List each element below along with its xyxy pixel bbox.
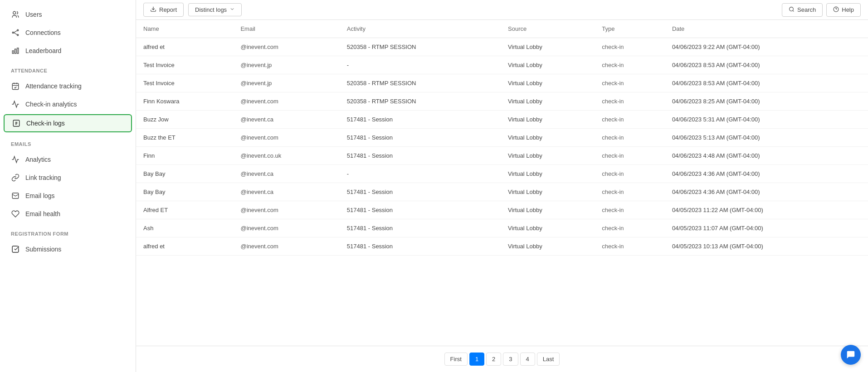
cell-email: @inevent.jp: [233, 74, 339, 92]
cell-name: Bay Bay: [136, 183, 233, 201]
chevron-down-icon: [229, 6, 235, 13]
help-label: Help: [842, 6, 854, 13]
sidebar: Users Connections Leaderboard ATTENDANCE…: [0, 0, 136, 372]
cell-source: Virtual Lobby: [501, 74, 595, 92]
cell-type: check-in: [595, 183, 665, 201]
cell-activity: 517481 - Session: [340, 129, 501, 147]
sidebar-item-check-in-logs[interactable]: Check-in logs: [4, 114, 132, 132]
cell-name: Buzz Jow: [136, 111, 233, 129]
topbar-right: Search Help: [782, 3, 861, 17]
sidebar-item-users[interactable]: Users: [0, 5, 136, 24]
connections-icon: [11, 28, 20, 37]
svg-rect-18: [12, 246, 19, 252]
help-icon: [833, 6, 839, 14]
sidebar-item-label: Leaderboard: [25, 47, 61, 54]
svg-line-4: [14, 31, 17, 33]
table-header-row: Name Email Activity Source Type Date: [136, 20, 868, 38]
table-row: Ash @inevent.com 517481 - Session Virtua…: [136, 219, 868, 237]
leaderboard-icon: [11, 46, 20, 55]
users-icon: [11, 10, 20, 19]
cell-email: @inevent.ca: [233, 111, 339, 129]
page-3-button[interactable]: 3: [503, 353, 518, 366]
cell-source: Virtual Lobby: [501, 111, 595, 129]
registration-section-label: REGISTRATION FORM: [0, 223, 136, 240]
sidebar-item-label: Email logs: [25, 192, 55, 199]
table-row: Finn Koswara @inevent.com 520358 - RTMP …: [136, 92, 868, 111]
table-row: Buzz the ET @inevent.com 517481 - Sessio…: [136, 129, 868, 147]
svg-point-20: [790, 7, 794, 11]
cell-activity: 520358 - RTMP SESSION: [340, 74, 501, 92]
cell-date: 04/05/2023 11:07 AM (GMT-04:00): [665, 219, 868, 237]
sidebar-item-email-logs[interactable]: Email logs: [0, 187, 136, 205]
cell-source: Virtual Lobby: [501, 219, 595, 237]
first-page-button[interactable]: First: [444, 353, 468, 366]
table-container: Name Email Activity Source Type Date alf…: [136, 20, 868, 346]
sidebar-item-check-in-analytics[interactable]: Check-in analytics: [0, 95, 136, 113]
cell-name: Alfred ET: [136, 201, 233, 219]
sidebar-item-analytics[interactable]: Analytics: [0, 150, 136, 169]
cell-date: 04/06/2023 8:25 AM (GMT-04:00): [665, 92, 868, 111]
sidebar-item-leaderboard[interactable]: Leaderboard: [0, 42, 136, 60]
cell-source: Virtual Lobby: [501, 147, 595, 165]
cell-activity: 517481 - Session: [340, 147, 501, 165]
cell-email: @inevent.com: [233, 219, 339, 237]
cell-activity: 517481 - Session: [340, 183, 501, 201]
cell-activity: 517481 - Session: [340, 201, 501, 219]
cell-email: @inevent.com: [233, 92, 339, 111]
cell-name: Bay Bay: [136, 165, 233, 183]
cell-type: check-in: [595, 219, 665, 237]
page-4-button[interactable]: 4: [520, 353, 535, 366]
pagination: First 1 2 3 4 Last: [136, 346, 868, 372]
search-button[interactable]: Search: [782, 3, 823, 17]
help-button[interactable]: Help: [826, 3, 861, 17]
cell-type: check-in: [595, 111, 665, 129]
table-row: Bay Bay @inevent.ca - Virtual Lobby chec…: [136, 165, 868, 183]
cell-name: Ash: [136, 219, 233, 237]
cell-source: Virtual Lobby: [501, 38, 595, 56]
distinct-logs-label: Distinct logs: [195, 6, 227, 13]
attendance-icon: [11, 82, 20, 91]
cell-email: @inevent.com: [233, 237, 339, 256]
sidebar-item-label: Email health: [25, 210, 60, 217]
svg-rect-8: [17, 48, 19, 53]
cell-type: check-in: [595, 74, 665, 92]
sidebar-item-attendance-tracking[interactable]: Attendance tracking: [0, 77, 136, 95]
page-1-button[interactable]: 1: [469, 353, 484, 366]
main-content: Report Distinct logs Search Help: [136, 0, 868, 372]
logs-table: Name Email Activity Source Type Date alf…: [136, 20, 868, 256]
search-label: Search: [797, 6, 816, 13]
sidebar-item-email-health[interactable]: Email health: [0, 205, 136, 223]
cell-type: check-in: [595, 129, 665, 147]
sidebar-item-connections[interactable]: Connections: [0, 24, 136, 42]
sidebar-item-label: Users: [25, 11, 42, 18]
distinct-logs-button[interactable]: Distinct logs: [188, 3, 242, 16]
cell-type: check-in: [595, 147, 665, 165]
report-button[interactable]: Report: [143, 3, 184, 17]
sidebar-item-label: Check-in logs: [26, 120, 65, 127]
cell-type: check-in: [595, 38, 665, 56]
cell-type: check-in: [595, 201, 665, 219]
chat-bubble[interactable]: [841, 345, 861, 365]
table-row: Test Invoice @inevent.jp - Virtual Lobby…: [136, 56, 868, 74]
email-health-icon: [11, 209, 20, 218]
topbar-left: Report Distinct logs: [143, 3, 242, 17]
analytics-icon: [11, 155, 20, 164]
cell-date: 04/06/2023 8:53 AM (GMT-04:00): [665, 56, 868, 74]
page-2-button[interactable]: 2: [486, 353, 501, 366]
cell-name: Test Invoice: [136, 74, 233, 92]
cell-activity: 520358 - RTMP SESSION: [340, 38, 501, 56]
cell-email: @inevent.com: [233, 38, 339, 56]
col-type: Type: [595, 20, 665, 38]
cell-email: @inevent.co.uk: [233, 147, 339, 165]
sidebar-item-link-tracking[interactable]: Link tracking: [0, 169, 136, 187]
cell-email: @inevent.com: [233, 129, 339, 147]
svg-rect-7: [15, 49, 16, 53]
check-in-analytics-icon: [11, 100, 20, 109]
cell-name: alfred et: [136, 38, 233, 56]
last-page-button[interactable]: Last: [537, 353, 560, 366]
cell-email: @inevent.com: [233, 201, 339, 219]
search-icon: [789, 6, 795, 14]
sidebar-item-submissions[interactable]: Submissions: [0, 240, 136, 258]
cell-activity: 517481 - Session: [340, 237, 501, 256]
cell-activity: -: [340, 56, 501, 74]
